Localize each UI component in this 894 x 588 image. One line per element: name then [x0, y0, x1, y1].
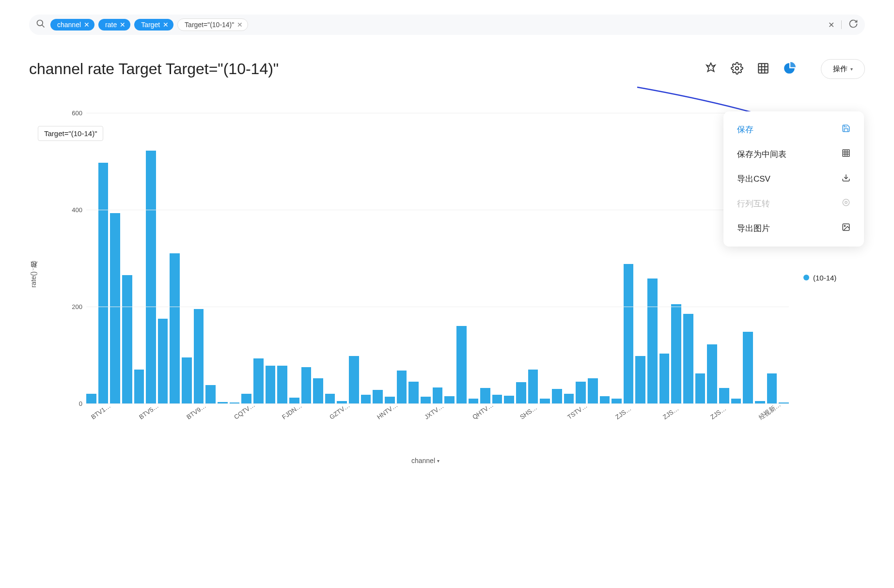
x-tick: BTV9…	[182, 408, 194, 462]
bar[interactable]	[421, 397, 431, 403]
bar[interactable]	[624, 264, 634, 403]
bar[interactable]	[253, 358, 264, 403]
bar[interactable]	[600, 396, 610, 403]
bar[interactable]	[564, 394, 574, 403]
x-tick	[336, 408, 348, 462]
x-axis-label[interactable]: channel ▾	[411, 457, 439, 464]
bar[interactable]	[540, 399, 550, 403]
bar[interactable]	[170, 253, 180, 403]
bar[interactable]	[194, 309, 204, 403]
bar[interactable]	[182, 357, 192, 403]
x-tick	[598, 408, 611, 462]
bar[interactable]	[433, 387, 443, 403]
chart-icon[interactable]	[783, 62, 796, 77]
dropdown-item-export-csv[interactable]: 导出CSV	[723, 167, 864, 191]
bar[interactable]	[743, 332, 753, 403]
pin-icon[interactable]	[705, 62, 717, 77]
action-button[interactable]: 操作 ▾	[821, 59, 865, 79]
bar[interactable]	[659, 354, 670, 403]
bar[interactable]	[373, 390, 383, 403]
x-tick	[646, 408, 658, 462]
x-tick	[455, 408, 468, 462]
chip-target-filter[interactable]: Target="(10-14)" ✕	[177, 18, 248, 31]
bar[interactable]	[313, 378, 323, 403]
bar[interactable]	[266, 366, 276, 403]
bar[interactable]	[695, 373, 706, 403]
x-tick: ZJS…	[706, 408, 718, 462]
bar[interactable]	[408, 382, 419, 403]
y-axis-label[interactable]: rate(总和) ›	[29, 268, 38, 288]
plot-area: 0200400600 BTV1…BTV5…BTV9…CQTV…FJDN…GZTV…	[57, 93, 794, 462]
bar[interactable]	[98, 163, 109, 403]
x-tick	[503, 408, 515, 462]
x-tick	[300, 408, 313, 462]
bar[interactable]	[635, 356, 645, 403]
bar[interactable]	[612, 399, 622, 403]
close-icon[interactable]: ✕	[120, 21, 125, 29]
bar[interactable]	[480, 388, 490, 403]
table-icon[interactable]	[757, 62, 769, 77]
image-icon	[842, 223, 850, 234]
bar[interactable]	[349, 356, 359, 403]
bar[interactable]	[552, 389, 562, 403]
close-icon[interactable]: ✕	[237, 21, 243, 29]
x-tick	[265, 408, 277, 462]
bar[interactable]	[767, 373, 777, 403]
bar[interactable]	[528, 370, 538, 403]
bar[interactable]	[469, 399, 479, 403]
x-tick	[729, 408, 741, 462]
dropdown-item-export-image[interactable]: 导出图片	[723, 216, 864, 241]
bar[interactable]	[134, 370, 144, 403]
search-chips: channel ✕ rate ✕ Target ✕ Target="(10-14…	[50, 18, 823, 31]
bar[interactable]	[731, 399, 741, 403]
gear-icon[interactable]	[731, 62, 743, 77]
bar[interactable]	[588, 378, 598, 403]
x-tick	[110, 408, 122, 462]
bar[interactable]	[325, 394, 335, 403]
x-tick	[670, 408, 682, 462]
bar[interactable]	[456, 326, 467, 403]
bar[interactable]	[110, 213, 120, 403]
x-tick	[432, 408, 444, 462]
chip-label: rate	[105, 21, 117, 29]
bar[interactable]	[576, 382, 586, 403]
bar[interactable]	[146, 151, 156, 403]
bar[interactable]	[647, 279, 658, 403]
bar[interactable]	[277, 366, 287, 403]
x-tick	[741, 408, 753, 462]
bar[interactable]	[492, 395, 502, 403]
x-tick	[170, 408, 182, 462]
chip-label: Target	[141, 21, 160, 29]
legend[interactable]: (10-14)	[803, 274, 836, 282]
bar[interactable]	[719, 388, 729, 403]
chip-rate[interactable]: rate ✕	[98, 19, 130, 31]
dropdown-item-save-intermediate[interactable]: 保存为中间表	[723, 142, 864, 167]
refresh-icon[interactable]	[848, 19, 858, 31]
chip-channel[interactable]: channel ✕	[50, 19, 94, 31]
bar[interactable]	[122, 275, 132, 403]
bar[interactable]	[86, 394, 96, 403]
search-icon	[36, 19, 46, 31]
bar[interactable]	[301, 367, 312, 403]
bar[interactable]	[361, 395, 371, 403]
x-tick	[289, 408, 301, 462]
bar[interactable]	[205, 385, 216, 403]
bar[interactable]	[444, 396, 455, 403]
bar[interactable]	[158, 319, 168, 403]
bar[interactable]	[671, 304, 681, 403]
bar[interactable]	[683, 314, 693, 403]
bar[interactable]	[504, 396, 514, 403]
bar[interactable]	[707, 344, 717, 403]
legend-dot	[803, 275, 809, 280]
chip-target[interactable]: Target ✕	[134, 19, 173, 31]
bar[interactable]	[516, 382, 526, 403]
x-tick	[527, 408, 539, 462]
chip-label: Target="(10-14)"	[185, 21, 234, 29]
bar[interactable]	[397, 371, 407, 403]
close-icon[interactable]: ✕	[84, 21, 90, 29]
clear-icon[interactable]: ✕	[828, 20, 834, 30]
svg-point-15	[843, 199, 849, 206]
close-icon[interactable]: ✕	[163, 21, 169, 29]
bars-container	[86, 113, 789, 403]
dropdown-item-save[interactable]: 保存	[723, 117, 864, 142]
